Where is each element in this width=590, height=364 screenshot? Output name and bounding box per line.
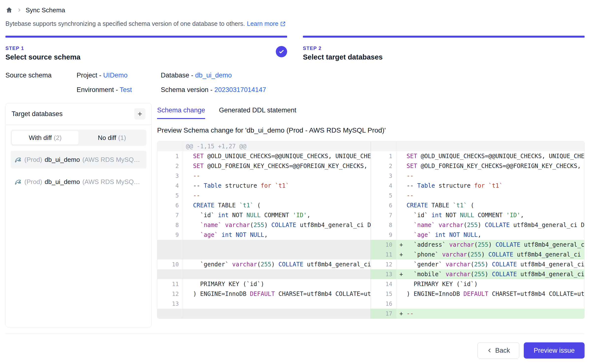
preview-title: Preview Schema change for 'db_ui_demo (P… xyxy=(157,126,585,134)
preview-issue-button[interactable]: Preview issue xyxy=(524,342,585,359)
breadcrumb-title: Sync Schema xyxy=(26,6,65,14)
source-schema-summary: Source schema Project - UIDemo Database … xyxy=(5,72,585,94)
footer-divider xyxy=(5,334,585,334)
line-number: 4 xyxy=(371,181,396,191)
step-2-progress-bar xyxy=(303,36,585,38)
step-2: STEP 2 Select target databases xyxy=(303,36,585,61)
line-number: 1 xyxy=(371,151,396,161)
db-environment: (Prod) xyxy=(24,156,42,164)
diff-pane-left: @@ -1,15 +1,27 @@1 SET @OLD_UNIQUE_CHECK… xyxy=(157,141,371,318)
breadcrumb: Sync Schema xyxy=(5,5,585,15)
code-line: -- Table structure for `t1` xyxy=(396,181,584,191)
code-line: SET @OLD_FOREIGN_KEY_CHECKS=@@FOREIGN_KE… xyxy=(183,161,371,171)
diff-row: 3 -- xyxy=(157,171,371,181)
code-line: PRIMARY KEY (`id`) xyxy=(396,279,584,289)
diff-row xyxy=(371,141,584,151)
diff-row: 5 -- xyxy=(157,191,371,200)
no-diff-count: (1) xyxy=(118,134,126,142)
line-number: 12 xyxy=(371,259,396,269)
tab-generated-ddl[interactable]: Generated DDL statement xyxy=(219,106,296,119)
target-db-item[interactable]: (Prod)db_ui_demo(AWS RDS MySQL Prod) xyxy=(11,151,147,168)
diff-row: 6 CREATE TABLE `t1` ( xyxy=(157,200,371,210)
target-databases-panel: Target databases + With diff (2) No diff… xyxy=(5,103,152,327)
code-line: `name` varchar(255) COLLATE utf8mb4_gene… xyxy=(183,220,371,230)
home-icon[interactable] xyxy=(5,6,13,14)
line-number: 2 xyxy=(371,161,396,171)
line-number: 13 xyxy=(157,299,183,309)
diff-row: 4 -- Table structure for `t1` xyxy=(157,181,371,191)
breadcrumb-chevron-icon xyxy=(17,8,22,13)
code-line: ) ENGINE=InnoDB DEFAULT CHARSET=utf8mb4 … xyxy=(396,289,584,299)
code-line xyxy=(396,141,584,151)
code-line: @@ -1,15 +1,27 @@ xyxy=(183,141,371,151)
database-link[interactable]: db_ui_demo xyxy=(195,72,232,79)
line-number xyxy=(157,141,183,151)
line-number: 3 xyxy=(371,171,396,181)
line-number: 9 xyxy=(371,230,396,240)
diff-row: 13+ `mobile` varchar(255) COLLATE utf8mb… xyxy=(371,269,584,279)
code-line: -- xyxy=(396,191,584,200)
code-line: ) ENGINE=InnoDB DEFAULT CHARSET=utf8mb4 … xyxy=(183,289,371,299)
db-instance: (AWS RDS MySQL Prod) xyxy=(82,178,143,186)
line-number: 5 xyxy=(371,191,396,200)
tab-no-diff[interactable]: No diff (1) xyxy=(79,131,145,145)
line-number: 1 xyxy=(157,151,183,161)
back-button[interactable]: Back xyxy=(477,342,519,359)
field-project: Project - UIDemo xyxy=(77,72,161,79)
line-number: 10 xyxy=(157,259,183,269)
line-number: 6 xyxy=(157,200,183,210)
diff-viewer: @@ -1,15 +1,27 @@1 SET @OLD_UNIQUE_CHECK… xyxy=(157,141,585,319)
code-line: CREATE TABLE `t1` ( xyxy=(396,200,584,210)
code-line: `age` int NOT NULL, xyxy=(183,230,371,240)
diff-pane-right: 1 SET @OLD_UNIQUE_CHECKS=@@UNIQUE_CHECKS… xyxy=(371,141,584,318)
code-line: `gender` varchar(255) COLLATE utf8mb4_ge… xyxy=(183,259,371,269)
diff-row: 2 SET @OLD_FOREIGN_KEY_CHECKS=@@FOREIGN_… xyxy=(371,161,584,171)
line-number: 8 xyxy=(371,220,396,230)
field-database: Database - db_ui_demo xyxy=(161,72,585,79)
plus-icon: + xyxy=(138,110,142,118)
db-name: db_ui_demo xyxy=(45,156,80,164)
code-line: + `address` varchar(255) COLLATE utf8mb4… xyxy=(396,240,584,250)
line-number: 7 xyxy=(157,210,183,220)
line-number: 9 xyxy=(157,230,183,240)
add-target-database-button[interactable]: + xyxy=(134,108,146,120)
target-db-item[interactable]: (Prod)db_ui_demo(AWS RDS MySQL Prod) xyxy=(11,173,147,191)
step-1-progress-bar xyxy=(5,36,287,38)
line-number: 2 xyxy=(157,161,183,171)
diff-row: 9 `age` int NOT NULL, xyxy=(371,230,584,240)
code-line xyxy=(183,269,371,279)
tab-with-diff[interactable]: With diff (2) xyxy=(12,131,79,145)
line-number: 10 xyxy=(371,240,396,250)
db-environment: (Prod) xyxy=(24,178,42,186)
footer-actions: Back Preview issue xyxy=(5,342,585,364)
diff-row xyxy=(157,309,371,318)
code-line: `gender` varchar(255) COLLATE utf8mb4_ge… xyxy=(396,259,584,269)
tab-schema-change[interactable]: Schema change xyxy=(157,106,205,119)
source-schema-label: Source schema xyxy=(5,72,77,79)
line-number: 11 xyxy=(371,250,396,259)
schema-version-link[interactable]: 20230317014147 xyxy=(214,86,266,93)
diff-row: 16 xyxy=(371,299,584,309)
step-2-label: STEP 2 xyxy=(303,46,585,51)
mysql-icon xyxy=(15,178,22,185)
project-link[interactable]: UIDemo xyxy=(103,72,128,79)
diff-row xyxy=(157,269,371,279)
diff-row xyxy=(157,250,371,259)
code-line xyxy=(183,250,371,259)
learn-more-link[interactable]: Learn more xyxy=(247,20,286,27)
line-number xyxy=(157,250,183,259)
line-number xyxy=(157,269,183,279)
code-line: -- xyxy=(396,171,584,181)
with-diff-count: (2) xyxy=(54,134,62,142)
field-schema-version: Schema version - 20230317014147 xyxy=(161,86,585,94)
diff-row: 5 -- xyxy=(371,191,584,200)
diff-row: 1 SET @OLD_UNIQUE_CHECKS=@@UNIQUE_CHECKS… xyxy=(371,151,584,161)
diff-row: 6 CREATE TABLE `t1` ( xyxy=(371,200,584,210)
diff-row: 11+ `phone` varchar(255) COLLATE utf8mb4… xyxy=(371,250,584,259)
code-line xyxy=(183,299,371,309)
mysql-icon xyxy=(15,156,22,163)
page-description: Bytebase supports synchronizing a specif… xyxy=(5,20,585,27)
environment-link[interactable]: Test xyxy=(120,86,132,93)
line-number: 8 xyxy=(157,220,183,230)
line-number: 12 xyxy=(157,289,183,299)
